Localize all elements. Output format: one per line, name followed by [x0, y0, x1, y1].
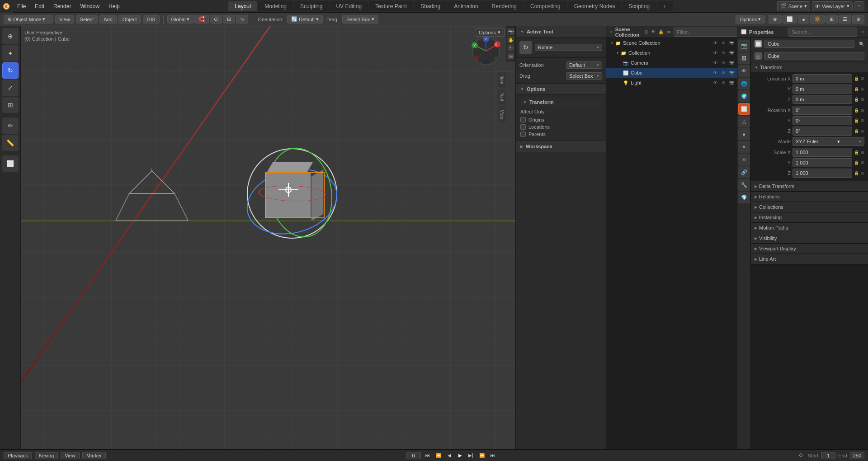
location-y-3d[interactable]: ⊞: [861, 87, 864, 91]
prop-viewport-display-header[interactable]: ▶ Viewport Display: [751, 244, 868, 254]
playback-btn[interactable]: Playback: [4, 452, 32, 459]
tab-modeling[interactable]: Modeling: [258, 1, 293, 11]
outliner-more-btn[interactable]: ≫: [666, 29, 671, 34]
step-forward-btn[interactable]: ▶|: [467, 452, 475, 460]
keying-btn[interactable]: Keying: [35, 452, 58, 459]
collection-vis-render[interactable]: 📷: [728, 49, 735, 56]
location-z-lock[interactable]: 🔒: [854, 97, 859, 102]
tab-shading[interactable]: Shading: [414, 1, 447, 11]
prop-object-data-name-input[interactable]: [764, 52, 864, 60]
tool-name-value[interactable]: Rotate: [535, 44, 602, 51]
sidebar-tab-tool[interactable]: Tool: [498, 89, 506, 105]
prop-line-art-header[interactable]: ▶ Line Art: [751, 254, 868, 264]
frame-display[interactable]: 0: [406, 452, 421, 459]
step-back-btn[interactable]: ◀: [445, 452, 453, 460]
render-view-btn[interactable]: 👁: [769, 15, 782, 24]
scale-y-value[interactable]: 1.000: [793, 158, 852, 167]
outliner-collection-collapse[interactable]: ▾: [617, 51, 618, 55]
prop-collections-header[interactable]: ▶ Collections: [751, 202, 868, 212]
tool-rotate[interactable]: ↻: [2, 62, 19, 79]
locations-checkbox[interactable]: [520, 124, 526, 130]
collection-vis-eye[interactable]: 👁: [712, 49, 719, 56]
scale-y-3d[interactable]: ⊞: [861, 160, 864, 165]
drag-dropdown-value[interactable]: Select Box: [566, 72, 602, 80]
tab-layout[interactable]: Layout: [228, 1, 257, 11]
tab-animation[interactable]: Animation: [448, 1, 484, 11]
tab-uv-editing[interactable]: UV Editing: [330, 1, 368, 11]
tool-add-cube[interactable]: ⬜: [2, 155, 19, 172]
cube-vis-render[interactable]: 📷: [728, 69, 735, 76]
drag-selector[interactable]: Select Box ▾: [342, 15, 378, 24]
camera-vis-eye[interactable]: 👁: [712, 59, 719, 66]
collection-vis-select[interactable]: ⊕: [720, 49, 727, 56]
options-section-header[interactable]: ▼ Options: [516, 84, 606, 95]
location-x-value[interactable]: 0 m: [793, 74, 852, 83]
prop-icon-world[interactable]: 🌍: [738, 90, 750, 102]
scene-collection-vis-eye[interactable]: 👁: [712, 39, 719, 47]
prop-transform-header[interactable]: ▼ Transform: [751, 62, 868, 72]
play-btn[interactable]: ▶: [456, 452, 464, 460]
jump-end-btn[interactable]: ⏭: [489, 452, 497, 460]
filter-button[interactable]: ≡: [854, 1, 864, 11]
overlay-btn[interactable]: ⊞: [826, 15, 838, 24]
tab-geometry-nodes[interactable]: Geometry Nodes: [568, 1, 622, 11]
prop-icon-particles[interactable]: ✦: [738, 141, 750, 153]
tool-annotate[interactable]: ✏: [2, 118, 19, 134]
outliner-visibility-btn[interactable]: 👁: [651, 29, 656, 34]
properties-filter-btn[interactable]: ≡: [862, 29, 864, 34]
parents-checkbox-row[interactable]: Parents: [520, 131, 602, 138]
end-value[interactable]: 250: [850, 452, 864, 459]
outliner-search-input[interactable]: [674, 28, 742, 37]
prop-object-search-btn[interactable]: 🔍: [859, 42, 864, 47]
cube-vis-eye[interactable]: 👁: [712, 69, 719, 76]
view-timeline-btn[interactable]: View: [61, 452, 80, 459]
rotation-mode-value[interactable]: XYZ Euler ▾: [793, 137, 864, 146]
select-menu[interactable]: Select: [76, 15, 98, 24]
light-vis-select[interactable]: ⊕: [720, 79, 727, 86]
prop-icon-modifiers[interactable]: 🔧: [738, 179, 750, 191]
scale-z-lock[interactable]: 🔒: [854, 171, 859, 175]
prop-relations-header[interactable]: ▶ Relations: [751, 192, 868, 202]
scene-collection-vis-render[interactable]: 📷: [728, 39, 735, 47]
scale-y-lock[interactable]: 🔒: [854, 160, 859, 165]
viewport-zoom-btn[interactable]: ⊞: [507, 52, 514, 60]
jump-back-btn[interactable]: ⏪: [434, 452, 443, 460]
tool-move[interactable]: ✦: [2, 45, 19, 61]
prop-object-name-input[interactable]: [764, 40, 854, 48]
outliner-scene-collapse[interactable]: ▾: [611, 41, 613, 45]
menu-file[interactable]: File: [13, 0, 30, 13]
rotation-x-value[interactable]: 0°: [793, 106, 852, 115]
rotation-y-value[interactable]: 0°: [793, 116, 852, 125]
viewport-orbit-btn[interactable]: ↻: [507, 44, 514, 52]
viewlayer-selector[interactable]: 👁 ViewLayer ▾: [812, 1, 853, 11]
prop-icon-viewlayer[interactable]: 👁: [738, 65, 750, 77]
material-view-btn[interactable]: ●: [798, 15, 809, 24]
location-z-value[interactable]: 0 m: [793, 95, 852, 104]
tab-scripting[interactable]: Scripting: [622, 1, 656, 11]
menu-edit[interactable]: Edit: [30, 0, 49, 13]
rendered-view-btn[interactable]: 🔆: [810, 15, 825, 24]
orientation-dropdown-value[interactable]: Default: [566, 61, 602, 69]
sidebar-tab-view[interactable]: View: [498, 106, 506, 124]
prop-icon-render[interactable]: 📷: [738, 40, 750, 52]
mode-selector[interactable]: ⊕ Object Mode ▾: [4, 15, 53, 24]
tab-sculpting[interactable]: Sculpting: [294, 1, 329, 11]
object-menu[interactable]: Object: [118, 15, 141, 24]
light-vis-eye[interactable]: 👁: [712, 79, 719, 86]
tab-rendering[interactable]: Rendering: [486, 1, 523, 11]
gis-menu[interactable]: GIS: [143, 15, 160, 24]
active-tool-header[interactable]: ▼ Active Tool: [516, 26, 606, 38]
workspace-section-header[interactable]: ▶ Workspace: [516, 141, 606, 152]
global-selector[interactable]: Global ▾: [167, 15, 194, 24]
navigation-gizmo[interactable]: X Y Z: [470, 35, 502, 67]
rotation-z-3d[interactable]: ⊞: [861, 129, 864, 133]
add-menu[interactable]: Add: [99, 15, 117, 24]
snap-btn[interactable]: 🧲: [194, 15, 209, 24]
add-tab-button[interactable]: +: [657, 1, 673, 11]
parents-checkbox[interactable]: [520, 132, 526, 137]
outliner-filter-btn[interactable]: ⊟: [645, 29, 648, 34]
outliner-row-cube[interactable]: ⬜ Cube 👁 ⊕ 📷: [606, 68, 737, 78]
xray-btn[interactable]: ☰: [839, 15, 851, 24]
rotation-z-value[interactable]: 0°: [793, 127, 852, 136]
cube-vis-select[interactable]: ⊕: [720, 69, 727, 76]
